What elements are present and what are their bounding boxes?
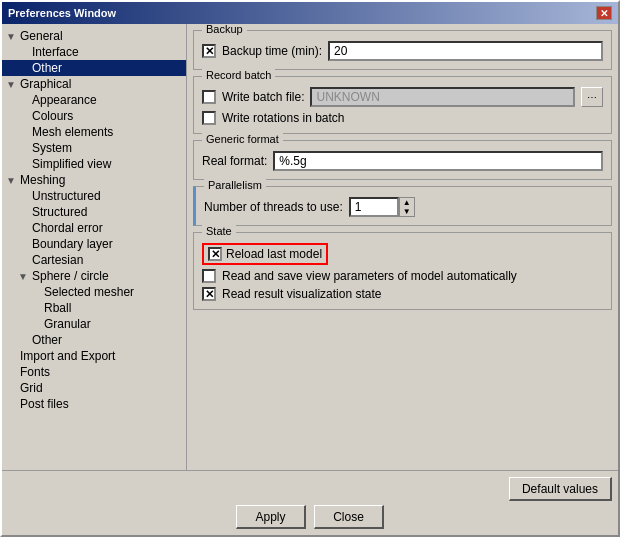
sidebar-item-label: Post files bbox=[20, 397, 69, 411]
sidebar-item-label: Chordal error bbox=[32, 221, 103, 235]
expand-icon: ▼ bbox=[6, 175, 18, 186]
sidebar-item-appearance[interactable]: Appearance bbox=[2, 92, 186, 108]
sidebar-item-general[interactable]: ▼General bbox=[2, 28, 186, 44]
sidebar-item-post-files[interactable]: Post files bbox=[2, 396, 186, 412]
window-title: Preferences Window bbox=[8, 7, 116, 19]
state-section: State ✕ Reload last model Read and save … bbox=[193, 232, 612, 310]
apply-button[interactable]: Apply bbox=[236, 505, 306, 529]
sidebar-item-simplified-view[interactable]: Simplified view bbox=[2, 156, 186, 172]
action-row: Apply Close bbox=[8, 505, 612, 529]
write-batch-input[interactable] bbox=[310, 87, 575, 107]
sidebar-item-label: Unstructured bbox=[32, 189, 101, 203]
sidebar-item-system[interactable]: System bbox=[2, 140, 186, 156]
sidebar-item-cartesian[interactable]: Cartesian bbox=[2, 252, 186, 268]
write-batch-label: Write batch file: bbox=[222, 90, 304, 104]
sidebar-item-mesh-elements[interactable]: Mesh elements bbox=[2, 124, 186, 140]
state-label: State bbox=[202, 225, 236, 237]
sidebar-item-label: Other bbox=[32, 333, 62, 347]
threads-row: Number of threads to use: ▲ ▼ bbox=[204, 197, 603, 217]
reload-highlight: ✕ Reload last model bbox=[202, 243, 328, 265]
record-batch-section: Record batch Write batch file: ⋯ Write r… bbox=[193, 76, 612, 134]
sidebar-item-label: Import and Export bbox=[20, 349, 115, 363]
parallelism-label: Parallelism bbox=[204, 179, 266, 191]
sidebar-item-interface[interactable]: Interface bbox=[2, 44, 186, 60]
sidebar-item-label: Colours bbox=[32, 109, 73, 123]
main-content: Backup ✕ Backup time (min): Record batch… bbox=[187, 24, 618, 470]
reload-row: ✕ Reload last model bbox=[202, 243, 603, 265]
sidebar-item-import-export[interactable]: Import and Export bbox=[2, 348, 186, 364]
read-result-label: Read result visualization state bbox=[222, 287, 381, 301]
sidebar-item-structured[interactable]: Structured bbox=[2, 204, 186, 220]
sidebar: ▼GeneralInterfaceOther▼GraphicalAppearan… bbox=[2, 24, 187, 470]
sidebar-item-label: Boundary layer bbox=[32, 237, 113, 251]
sidebar-item-boundary-layer[interactable]: Boundary layer bbox=[2, 236, 186, 252]
read-save-row: Read and save view parameters of model a… bbox=[202, 269, 603, 283]
sidebar-item-label: Other bbox=[32, 61, 62, 75]
backup-label: Backup bbox=[202, 24, 247, 35]
sidebar-item-label: Interface bbox=[32, 45, 79, 59]
sidebar-item-label: Meshing bbox=[20, 173, 65, 187]
expand-icon: ▼ bbox=[6, 79, 18, 90]
close-button[interactable]: Close bbox=[314, 505, 384, 529]
sidebar-item-sphere-circle[interactable]: ▼Sphere / circle bbox=[2, 268, 186, 284]
real-format-label: Real format: bbox=[202, 154, 267, 168]
threads-label: Number of threads to use: bbox=[204, 200, 343, 214]
sidebar-item-unstructured[interactable]: Unstructured bbox=[2, 188, 186, 204]
default-values-button[interactable]: Default values bbox=[509, 477, 612, 501]
sidebar-item-label: Appearance bbox=[32, 93, 97, 107]
generic-format-label: Generic format bbox=[202, 133, 283, 145]
sidebar-item-colours[interactable]: Colours bbox=[2, 108, 186, 124]
read-result-checkbox[interactable]: ✕ bbox=[202, 287, 216, 301]
default-values-row: Default values bbox=[8, 477, 612, 501]
sidebar-item-label: Rball bbox=[44, 301, 71, 315]
sidebar-item-chordal-error[interactable]: Chordal error bbox=[2, 220, 186, 236]
sidebar-item-label: Granular bbox=[44, 317, 91, 331]
sidebar-item-meshing-other[interactable]: Other bbox=[2, 332, 186, 348]
reload-checkbox[interactable]: ✕ bbox=[208, 247, 222, 261]
write-rotations-label: Write rotations in batch bbox=[222, 111, 345, 125]
backup-time-input[interactable] bbox=[328, 41, 603, 61]
backup-checkbox[interactable]: ✕ bbox=[202, 44, 216, 58]
spinner-buttons: ▲ ▼ bbox=[399, 197, 415, 217]
generic-format-section: Generic format Real format: bbox=[193, 140, 612, 180]
sidebar-item-rball[interactable]: Rball bbox=[2, 300, 186, 316]
record-batch-label: Record batch bbox=[202, 69, 275, 81]
sidebar-item-selected-mesher[interactable]: Selected mesher bbox=[2, 284, 186, 300]
threads-spinner: ▲ ▼ bbox=[349, 197, 415, 217]
sidebar-item-fonts[interactable]: Fonts bbox=[2, 364, 186, 380]
browse-button[interactable]: ⋯ bbox=[581, 87, 603, 107]
write-rotations-checkbox[interactable] bbox=[202, 111, 216, 125]
parallelism-section: Parallelism Number of threads to use: ▲ … bbox=[193, 186, 612, 226]
sidebar-item-label: System bbox=[32, 141, 72, 155]
sidebar-item-meshing[interactable]: ▼Meshing bbox=[2, 172, 186, 188]
read-save-checkbox[interactable] bbox=[202, 269, 216, 283]
real-format-input[interactable] bbox=[273, 151, 603, 171]
write-batch-checkbox[interactable] bbox=[202, 90, 216, 104]
expand-icon: ▼ bbox=[18, 271, 30, 282]
sidebar-item-grid[interactable]: Grid bbox=[2, 380, 186, 396]
threads-input[interactable] bbox=[349, 197, 399, 217]
sidebar-item-label: Sphere / circle bbox=[32, 269, 109, 283]
sidebar-item-granular[interactable]: Granular bbox=[2, 316, 186, 332]
spinner-up-button[interactable]: ▲ bbox=[400, 198, 414, 207]
backup-time-label: Backup time (min): bbox=[222, 44, 322, 58]
sidebar-item-label: Selected mesher bbox=[44, 285, 134, 299]
backup-section: Backup ✕ Backup time (min): bbox=[193, 30, 612, 70]
sidebar-item-label: General bbox=[20, 29, 63, 43]
spinner-down-button[interactable]: ▼ bbox=[400, 207, 414, 216]
sidebar-item-other[interactable]: Other bbox=[2, 60, 186, 76]
sidebar-item-label: Graphical bbox=[20, 77, 71, 91]
preferences-window: Preferences Window ✕ ▼GeneralInterfaceOt… bbox=[0, 0, 620, 537]
sidebar-item-label: Structured bbox=[32, 205, 87, 219]
reload-label: Reload last model bbox=[226, 247, 322, 261]
sidebar-item-label: Grid bbox=[20, 381, 43, 395]
backup-row: ✕ Backup time (min): bbox=[202, 41, 603, 61]
sidebar-item-label: Simplified view bbox=[32, 157, 111, 171]
sidebar-item-label: Fonts bbox=[20, 365, 50, 379]
title-bar: Preferences Window ✕ bbox=[2, 2, 618, 24]
write-batch-row: Write batch file: ⋯ bbox=[202, 87, 603, 107]
close-icon[interactable]: ✕ bbox=[596, 6, 612, 20]
read-save-label: Read and save view parameters of model a… bbox=[222, 269, 517, 283]
read-result-row: ✕ Read result visualization state bbox=[202, 287, 603, 301]
sidebar-item-graphical[interactable]: ▼Graphical bbox=[2, 76, 186, 92]
